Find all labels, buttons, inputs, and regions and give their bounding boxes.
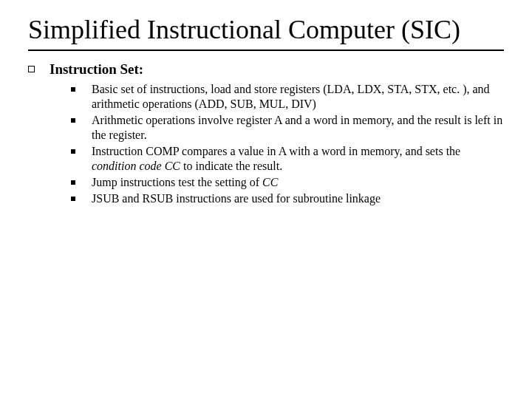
list-item: Basic set of instructions, load and stor… (71, 82, 504, 112)
square-filled-bullet-icon (71, 197, 75, 201)
list-item-text: JSUB and RSUB instructions are used for … (92, 191, 381, 206)
list-item-text: Jump instructions test the setting of CC (92, 175, 278, 190)
square-filled-bullet-icon (71, 149, 75, 154)
list-item-text: Instruction COMP compares a value in A w… (92, 144, 504, 174)
slide: Simplified Instructional Computer (SIC) … (0, 0, 532, 399)
page-title: Simplified Instructional Computer (SIC) (28, 15, 504, 51)
square-filled-bullet-icon (71, 180, 75, 185)
list-item: JSUB and RSUB instructions are used for … (71, 191, 504, 206)
square-filled-bullet-icon (71, 118, 75, 123)
list-item: Jump instructions test the setting of CC (71, 175, 504, 190)
square-filled-bullet-icon (71, 87, 75, 92)
list-item: Arithmetic operations involve register A… (71, 113, 504, 143)
section-heading: Instruction Set: (50, 61, 143, 78)
section-row: Instruction Set: (28, 61, 504, 78)
list-item-text: Basic set of instructions, load and stor… (92, 82, 504, 112)
bullet-list: Basic set of instructions, load and stor… (71, 82, 504, 206)
square-open-bullet-icon (28, 66, 35, 72)
list-item: Instruction COMP compares a value in A w… (71, 144, 504, 174)
list-item-text: Arithmetic operations involve register A… (92, 113, 504, 143)
